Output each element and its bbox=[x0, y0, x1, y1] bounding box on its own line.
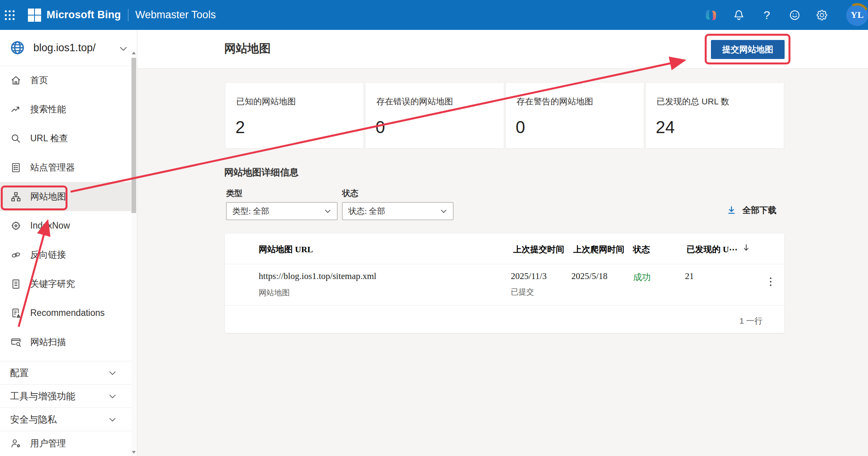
sidebar-item-indexnow[interactable]: IndexNow bbox=[0, 211, 131, 240]
sidebar-item-search-performance[interactable]: 搜索性能 bbox=[0, 95, 131, 124]
row-count: 1 一行 bbox=[739, 316, 763, 326]
submit-sitemap-button[interactable]: 提交网站地图 bbox=[711, 40, 785, 59]
cell-status-success: 成功 bbox=[633, 271, 651, 283]
sidebar-item-label: 反向链接 bbox=[30, 249, 66, 261]
download-all-label: 全部下载 bbox=[742, 205, 776, 216]
topbar-actions: ? YL bbox=[704, 0, 868, 30]
avatar-progress-arc bbox=[845, 3, 868, 28]
group-label: 工具与增强功能 bbox=[10, 390, 75, 402]
notifications-bell-icon[interactable] bbox=[732, 9, 745, 22]
chevron-down-icon bbox=[439, 206, 448, 216]
microsoft-logo-icon bbox=[28, 9, 41, 22]
stat-value: 2 bbox=[235, 118, 363, 137]
sidebar-item-label: 网站地图 bbox=[30, 191, 66, 203]
help-icon[interactable]: ? bbox=[760, 9, 773, 22]
sidebar-item-label: 关键字研究 bbox=[30, 278, 75, 290]
sidebar-item-label: 首页 bbox=[30, 74, 48, 86]
cell-sitemap-type: 网站地图 bbox=[259, 288, 290, 298]
stat-label: 存在错误的网站地图 bbox=[376, 96, 503, 107]
cell-submitted-status: 已提交 bbox=[511, 287, 534, 297]
brand-title[interactable]: Microsoft Bing bbox=[47, 9, 121, 21]
col-header-last-crawled[interactable]: 上次爬网时间 bbox=[573, 244, 624, 255]
chevron-down-icon bbox=[108, 415, 117, 424]
row-actions-kebab-icon[interactable] bbox=[768, 275, 774, 288]
scrollbar-thumb[interactable] bbox=[131, 58, 136, 213]
cell-last-submitted: 2025/11/3 bbox=[511, 271, 546, 281]
sidebar-item-user-management[interactable]: 用户管理 bbox=[0, 431, 131, 455]
waffle-menu-icon[interactable] bbox=[0, 0, 19, 30]
sidebar-item-label: 搜索性能 bbox=[30, 103, 66, 115]
download-icon bbox=[726, 205, 737, 216]
sitemap-icon bbox=[10, 191, 22, 203]
help-glyph: ? bbox=[764, 9, 770, 22]
sidebar-item-url-inspection[interactable]: URL 检查 bbox=[0, 124, 131, 153]
sidebar-group-tools[interactable]: 工具与增强功能 bbox=[0, 384, 131, 407]
indexnow-gear-icon bbox=[10, 220, 22, 232]
sidebar-item-sitemaps[interactable]: 网站地图 bbox=[0, 182, 131, 211]
page-title: 网站地图 bbox=[224, 41, 271, 57]
stat-card-total-urls: 已发现的总 URL 数 24 bbox=[645, 82, 784, 149]
type-filter-value: 类型: 全部 bbox=[232, 206, 323, 217]
bing-webmaster-tools-app: Microsoft Bing Webmaster Tools bbox=[0, 0, 868, 456]
table-row[interactable]: https://blog.ios1.top/sitemap.xml 网站地图 2… bbox=[225, 264, 784, 305]
sidebar-group-security[interactable]: 安全与隐私 bbox=[0, 407, 131, 431]
stat-value: 0 bbox=[516, 118, 644, 137]
group-label: 安全与隐私 bbox=[10, 413, 57, 426]
chevron-down-icon bbox=[118, 44, 128, 54]
stat-card-sitemaps-with-warnings: 存在警告的网站地图 0 bbox=[505, 82, 644, 149]
stat-card-known-sitemaps: 已知的网站地图 2 bbox=[225, 82, 364, 149]
sort-descending-icon[interactable] bbox=[741, 242, 752, 253]
product-title[interactable]: Webmaster Tools bbox=[135, 9, 216, 21]
user-avatar[interactable]: YL bbox=[846, 4, 868, 26]
site-name: blog.ios1.top/ bbox=[33, 42, 96, 54]
magnifier-icon bbox=[10, 133, 22, 144]
user-gear-icon bbox=[10, 437, 22, 449]
group-label: 配置 bbox=[10, 367, 29, 379]
cell-sitemap-url[interactable]: https://blog.ios1.top/sitemap.xml bbox=[259, 271, 376, 281]
trending-up-icon bbox=[10, 104, 22, 115]
cell-last-crawled: 2025/5/18 bbox=[571, 271, 607, 281]
status-filter-value: 状态: 全部 bbox=[348, 206, 439, 217]
top-app-bar: Microsoft Bing Webmaster Tools bbox=[0, 0, 868, 30]
sidebar-item-site-explorer[interactable]: 站点管理器 bbox=[0, 153, 131, 182]
col-header-sitemap-url[interactable]: 网站地图 URL bbox=[259, 244, 313, 255]
copilot-icon[interactable] bbox=[704, 9, 718, 22]
sidebar-nav: 首页 搜索性能 URL 检查 bbox=[0, 66, 131, 357]
chevron-down-icon bbox=[108, 392, 117, 401]
sidebar-item-label: IndexNow bbox=[30, 220, 70, 231]
feedback-smiley-icon[interactable] bbox=[788, 9, 801, 22]
col-header-last-submitted[interactable]: 上次提交时间 bbox=[513, 244, 564, 255]
site-selector[interactable]: blog.ios1.top/ bbox=[0, 30, 137, 66]
sidebar-item-label: Recommendations bbox=[30, 308, 105, 318]
stat-cards: 已知的网站地图 2 存在错误的网站地图 0 存在警告的网站地图 0 已发现的总 … bbox=[225, 82, 784, 149]
sidebar-item-keyword-research[interactable]: 关键字研究 bbox=[0, 269, 131, 298]
stat-card-sitemaps-with-errors: 存在错误的网站地图 0 bbox=[365, 82, 504, 149]
col-header-urls-discovered[interactable]: 已发现的 U⋯ bbox=[686, 244, 737, 255]
sidebar-item-label: 网站扫描 bbox=[30, 336, 66, 348]
table-footer: 1 一行 bbox=[225, 305, 784, 333]
details-section-title: 网站地图详细信息 bbox=[224, 166, 299, 179]
download-all-button[interactable]: 全部下载 bbox=[726, 205, 776, 216]
sidebar-groups: 配置 工具与增强功能 安全与隐私 bbox=[0, 361, 131, 455]
settings-gear-icon[interactable] bbox=[816, 9, 829, 22]
stat-label: 已发现的总 URL 数 bbox=[657, 96, 784, 107]
sidebar-group-configuration[interactable]: 配置 bbox=[0, 361, 131, 384]
col-header-status[interactable]: 状态 bbox=[633, 244, 650, 255]
document-icon bbox=[10, 278, 22, 290]
link-icon bbox=[10, 249, 22, 261]
sidebar-item-recommendations[interactable]: Recommendations bbox=[0, 298, 131, 328]
sidebar-item-site-scan[interactable]: 网站扫描 bbox=[0, 328, 131, 357]
scrollbar-down-arrow[interactable] bbox=[132, 451, 136, 454]
stat-value: 24 bbox=[656, 118, 784, 137]
sidebar-item-label: 站点管理器 bbox=[30, 161, 75, 173]
sidebar-item-backlinks[interactable]: 反向链接 bbox=[0, 240, 131, 269]
scrollbar-up-arrow[interactable] bbox=[132, 52, 136, 54]
browser-scan-icon bbox=[10, 336, 22, 348]
stat-label: 存在警告的网站地图 bbox=[517, 96, 644, 107]
status-filter-dropdown[interactable]: 状态: 全部 bbox=[342, 202, 453, 220]
stat-label: 已知的网站地图 bbox=[236, 96, 363, 107]
sidebar-item-home[interactable]: 首页 bbox=[0, 66, 131, 95]
type-filter-dropdown[interactable]: 类型: 全部 bbox=[226, 202, 337, 220]
page-header: 网站地图 提交网站地图 bbox=[137, 30, 868, 69]
table-header-row: 网站地图 URL 上次提交时间 上次爬网时间 状态 已发现的 U⋯ bbox=[225, 234, 784, 264]
